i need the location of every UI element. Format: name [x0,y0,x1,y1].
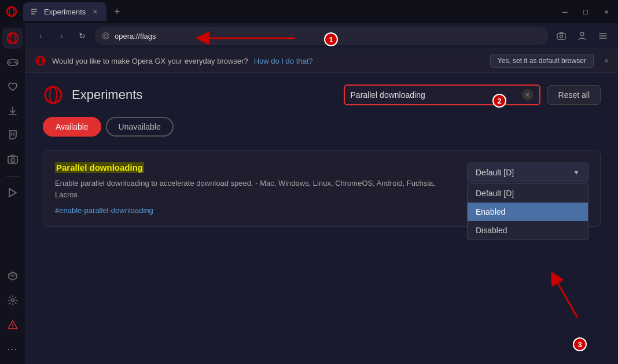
experiments-page: Experiments × Reset all Available Unavai… [25,73,618,364]
sidebar-opera-logo[interactable] [2,28,23,49]
dropdown-menu: Default [D] Enabled Disabled [467,183,588,240]
svg-point-36 [50,87,57,103]
tab-strip: Experiments × + [23,2,553,21]
filter-tabs: Available Unavailable [43,117,601,137]
svg-point-6 [9,61,10,62]
experiments-header: Experiments × Reset all [43,84,601,105]
flag-info: Parallel downloading Enable parallel dow… [55,163,455,215]
svg-point-8 [8,62,9,63]
title-bar-left [5,5,19,19]
svg-point-26 [104,34,108,38]
sidebar-divider [6,176,20,177]
dropdown-arrow-icon: ▼ [573,168,580,177]
svg-point-0 [7,7,16,16]
svg-point-34 [39,57,43,65]
sidebar-gamepad-icon[interactable] [2,52,23,73]
svg-point-2 [8,33,18,43]
svg-point-17 [11,159,14,162]
svg-point-10 [14,61,15,62]
dropdown-option-enabled[interactable]: Enabled [468,203,588,221]
svg-point-35 [45,87,61,103]
tab-label: Experiments [44,8,86,16]
dropdown-selected-value: Default [D] [476,168,514,177]
sidebar: ··· [0,23,25,364]
notification-close-btn[interactable]: × [604,56,609,65]
svg-point-1 [9,7,14,16]
menu-btn[interactable] [595,28,611,44]
svg-point-3 [10,33,15,43]
browser-body: ··· ‹ › ↻ [0,23,618,364]
window-controls: ─ □ × [558,5,613,19]
svg-point-9 [10,62,12,63]
experiments-title: Experiments [72,87,142,102]
back-btn[interactable]: ‹ [32,28,49,44]
tab-close-btn[interactable]: × [90,7,100,16]
sidebar-heart-icon[interactable] [2,76,23,97]
svg-line-21 [13,274,17,277]
sidebar-alert-icon[interactable] [2,314,23,335]
experiments-logo [43,84,64,105]
svg-line-20 [9,274,13,277]
svg-point-29 [580,32,584,36]
address-bar[interactable] [95,27,549,45]
search-clear-btn[interactable]: × [522,89,534,101]
minimize-btn[interactable]: ─ [558,5,572,19]
dropdown-option-default[interactable]: Default [D] [468,184,588,203]
new-tab-btn[interactable]: + [109,3,125,20]
restore-btn[interactable]: □ [579,5,593,19]
notification-text: Would you like to make Opera GX your eve… [52,57,248,65]
content-area: ‹ › ↻ [25,23,618,364]
svg-point-7 [9,63,10,64]
svg-point-25 [103,33,109,39]
unavailable-tab[interactable]: Unavailable [106,117,174,137]
nav-bar: ‹ › ↻ [25,23,618,49]
sidebar-ellipsis-icon[interactable]: ··· [2,339,23,359]
address-shield-icon [102,32,110,40]
camera-btn[interactable] [553,28,569,44]
title-bar: Experiments × + ─ □ × [0,0,618,23]
svg-rect-27 [557,34,565,39]
available-tab[interactable]: Available [43,117,101,137]
notification-link[interactable]: How do I do that? [254,57,313,65]
svg-point-24 [12,327,13,328]
profile-btn[interactable] [574,28,590,44]
sidebar-snapshot-icon[interactable] [2,149,23,170]
svg-point-28 [560,35,563,38]
forward-btn[interactable]: › [53,28,69,44]
flag-link[interactable]: #enable-parallel-downloading [55,206,455,215]
flag-description: Enable parallel downloading to accelerat… [55,178,455,200]
sidebar-download-icon[interactable] [2,101,23,122]
refresh-btn[interactable]: ↻ [74,28,90,44]
dropdown-btn[interactable]: Default [D] ▼ [467,163,588,182]
sidebar-settings-icon[interactable] [2,290,23,311]
search-box: × [344,84,540,105]
address-input[interactable] [115,32,542,41]
search-input[interactable] [351,90,517,100]
close-btn[interactable]: × [599,5,613,19]
sidebar-play-icon[interactable] [2,182,23,203]
notif-opera-icon [35,55,46,67]
search-box-wrapper: × Reset all [344,84,601,105]
sidebar-cube-icon[interactable] [2,266,23,286]
dropdown-wrapper: Default [D] ▼ Default [D] Enabled Disabl… [467,163,588,182]
svg-point-22 [11,299,14,302]
svg-point-11 [15,62,16,64]
flag-card: Parallel downloading Enable parallel dow… [43,150,601,227]
reset-all-btn[interactable]: Reset all [547,85,601,105]
svg-point-33 [36,57,45,65]
dropdown-option-disabled[interactable]: Disabled [468,221,588,240]
sidebar-twitch-icon[interactable] [2,125,23,146]
set-default-btn[interactable]: Yes, set it as default browser [490,54,594,68]
opera-logo-title [5,5,19,19]
flag-name: Parallel downloading [55,162,144,173]
nav-icons-right [553,28,611,44]
experiments-tab[interactable]: Experiments × [23,2,106,21]
svg-marker-18 [9,189,16,197]
notification-bar: Would you like to make Opera GX your eve… [25,49,618,73]
